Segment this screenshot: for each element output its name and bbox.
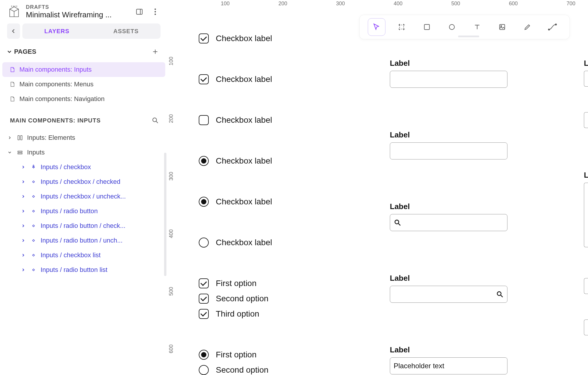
ruler-horizontal[interactable]: 100 200 300 400 500 600 700 xyxy=(168,0,588,9)
component-row[interactable]: Inputs / radio button list xyxy=(2,263,165,277)
tool-pen[interactable] xyxy=(519,18,536,36)
svg-rect-26 xyxy=(424,24,429,29)
wf-checkbox-list-item[interactable]: First option xyxy=(199,278,272,288)
pages-section-header[interactable]: PAGES xyxy=(0,41,168,62)
svg-rect-28 xyxy=(500,24,505,29)
svg-line-22 xyxy=(398,223,400,226)
ruler-tick: 300 xyxy=(336,1,345,7)
svg-rect-18 xyxy=(32,239,34,241)
component-row[interactable]: Inputs / radio button / unch... xyxy=(2,233,165,248)
project-title[interactable]: Minimalist Wireframing ... xyxy=(26,10,129,19)
wf-radio-list-item[interactable]: Second option xyxy=(199,365,272,375)
more-menu-icon[interactable] xyxy=(150,6,161,17)
ruler-tick: 600 xyxy=(168,344,174,353)
wf-textarea-peek[interactable]: La xyxy=(584,171,588,247)
project-category: DRAFTS xyxy=(26,4,129,10)
back-button[interactable] xyxy=(7,23,20,39)
project-icon xyxy=(7,5,21,19)
chevron-right-icon[interactable] xyxy=(20,268,26,272)
chevron-right-icon[interactable] xyxy=(20,165,26,169)
chevron-right-icon[interactable] xyxy=(20,239,26,242)
component-row[interactable]: Inputs / radio button / check... xyxy=(2,218,165,233)
wf-search-field-right[interactable]: Label xyxy=(390,274,507,303)
chevron-right-icon[interactable] xyxy=(20,195,26,198)
ruler-vertical[interactable]: 100 200 300 400 500 600 xyxy=(168,9,178,375)
layer-label: Inputs / checkbox list xyxy=(41,251,101,259)
layer-row[interactable]: Inputs: Elements xyxy=(2,130,165,145)
search-icon xyxy=(394,219,401,226)
tool-curve[interactable] xyxy=(544,18,561,36)
canvas-column-2: Label Label Label Label Label Placeholde… xyxy=(390,59,507,375)
wf-checkbox-list-item[interactable]: Second option xyxy=(199,294,272,304)
layer-label: Inputs / radio button / check... xyxy=(41,222,126,230)
page-item[interactable]: Main components: Menus xyxy=(2,77,165,92)
svg-rect-17 xyxy=(32,225,34,227)
wf-password-field-peek[interactable]: La •• xyxy=(584,59,588,87)
radio-icon xyxy=(199,197,209,207)
page-item[interactable]: Main components: Inputs xyxy=(2,62,165,77)
layer-label: Inputs / checkbox / checked xyxy=(41,178,121,186)
panel-toggle-icon[interactable] xyxy=(134,6,145,17)
floating-toolbar[interactable] xyxy=(359,15,570,39)
ruler-tick: 300 xyxy=(168,172,174,181)
chevron-right-icon[interactable] xyxy=(20,180,26,184)
chevron-right-icon[interactable] xyxy=(6,136,13,139)
svg-point-31 xyxy=(555,24,557,25)
svg-point-2 xyxy=(155,9,156,10)
component-row[interactable]: Inputs / radio button xyxy=(2,204,165,218)
wf-radio-checked[interactable]: Checkbox label xyxy=(199,156,272,166)
layer-row[interactable]: Inputs xyxy=(2,145,165,160)
wf-radio-checked[interactable]: Checkbox label xyxy=(199,197,272,207)
toolbar-grab-handle[interactable] xyxy=(458,36,479,37)
scrollbar[interactable] xyxy=(164,153,166,276)
checkbox-icon xyxy=(199,115,209,125)
wf-checkbox-unchecked[interactable]: Checkbox label xyxy=(199,115,272,125)
wf-radio-list-item[interactable]: First option xyxy=(199,350,272,360)
wf-radio-unchecked[interactable]: Checkbox label xyxy=(199,238,272,248)
chevron-down-icon[interactable] xyxy=(6,151,13,154)
page-label: Main components: Inputs xyxy=(19,66,92,73)
chevron-right-icon[interactable] xyxy=(20,253,26,257)
page-item[interactable]: Main components: Navigation xyxy=(2,92,165,106)
wf-text-field-peek[interactable]: F xyxy=(584,278,588,294)
wf-checkbox-checked[interactable]: Checkbox label xyxy=(199,74,272,84)
tab-assets[interactable]: ASSETS xyxy=(91,23,161,39)
component-row[interactable]: Inputs / checkbox xyxy=(2,160,165,174)
chevron-right-icon[interactable] xyxy=(20,224,26,228)
field-label: La xyxy=(584,59,588,68)
wf-password-field-peek[interactable]: •• xyxy=(584,112,588,128)
svg-point-7 xyxy=(153,118,157,122)
component-icon xyxy=(30,164,37,170)
component-icon xyxy=(30,238,37,243)
tool-rectangle[interactable] xyxy=(418,18,436,36)
page-icon xyxy=(9,96,15,102)
component-row[interactable]: Inputs / checkbox list xyxy=(2,248,165,263)
wf-checkbox-checked[interactable]: Checkbox label xyxy=(199,33,272,43)
placeholder-text: Placeholder text xyxy=(394,362,444,370)
tool-move[interactable] xyxy=(368,18,385,36)
option-label: Second option xyxy=(216,294,268,303)
wf-text-field-peek[interactable]: F xyxy=(584,319,588,335)
field-box: F xyxy=(584,319,588,335)
option-label: Second option xyxy=(216,365,268,375)
tool-frame[interactable] xyxy=(393,18,410,36)
component-icon xyxy=(30,223,37,229)
design-canvas[interactable]: Checkbox label Checkbox label Checkbox l… xyxy=(178,9,588,375)
tool-image[interactable] xyxy=(493,18,511,36)
wf-search-field-left[interactable]: Label xyxy=(390,202,507,231)
wf-text-field-placeholder[interactable]: Label Placeholder text xyxy=(390,345,507,374)
tool-text[interactable] xyxy=(468,18,486,36)
wf-text-field[interactable]: Label xyxy=(390,59,507,88)
wf-checkbox-list-item[interactable]: Third option xyxy=(199,309,272,319)
tool-ellipse[interactable] xyxy=(443,18,461,36)
component-row[interactable]: Inputs / checkbox / uncheck... xyxy=(2,189,165,204)
page-label: Main components: Menus xyxy=(19,80,93,88)
component-row[interactable]: Inputs / checkbox / checked xyxy=(2,174,165,189)
ruler-tick: 600 xyxy=(509,1,518,7)
add-page-button[interactable] xyxy=(150,46,161,57)
search-layers-button[interactable] xyxy=(150,115,161,126)
component-icon xyxy=(30,179,37,185)
tab-layers[interactable]: LAYERS xyxy=(22,23,91,39)
chevron-right-icon[interactable] xyxy=(20,209,26,213)
wf-text-field[interactable]: Label xyxy=(390,130,507,159)
